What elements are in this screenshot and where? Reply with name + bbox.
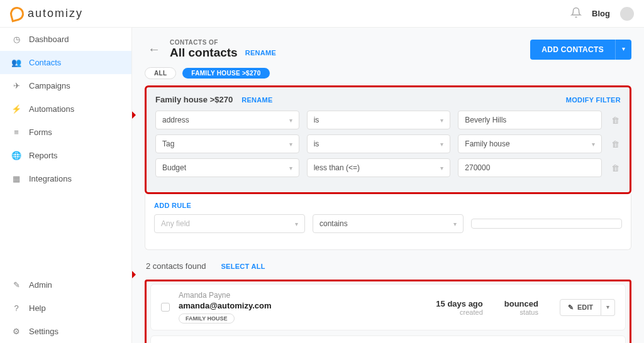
segment-tabs: ALL FAMILY HOUSE >$270 bbox=[145, 67, 631, 79]
results-count: 2 contacts found bbox=[146, 261, 206, 271]
modify-filter-button[interactable]: MODIFY FILTER bbox=[566, 96, 621, 104]
tab-all[interactable]: ALL bbox=[145, 67, 176, 79]
topbar: automizy Blog bbox=[0, 0, 644, 28]
list-icon: ≡ bbox=[11, 128, 21, 137]
sidebar-item-label: Forms bbox=[29, 128, 52, 137]
created-value: 15 days ago bbox=[436, 299, 482, 308]
chevron-down-icon: ▾ bbox=[289, 165, 292, 172]
segment-name: Family house >$270 bbox=[155, 95, 233, 104]
filter-row: Tag▾ is▾ Family house▾ 🗑 bbox=[155, 134, 621, 153]
gear-icon: ⚙ bbox=[11, 327, 21, 336]
sidebar-item-dashboard[interactable]: ◷Dashboard bbox=[0, 28, 131, 51]
filter-field-select[interactable]: Any field▾ bbox=[154, 214, 305, 233]
chevron-down-icon: ▾ bbox=[289, 117, 292, 124]
select-all-button[interactable]: SELECT ALL bbox=[221, 263, 265, 270]
page-title: All contacts bbox=[170, 46, 238, 60]
contact-row[interactable]: Ellen Page ellen@automizy.com FAMILY HOU… bbox=[150, 335, 626, 343]
sidebar-item-label: Campaigns bbox=[29, 81, 70, 90]
sidebar-item-contacts[interactable]: 👥Contacts bbox=[0, 51, 131, 74]
created-label: created bbox=[436, 308, 482, 316]
filter-row: address▾ is▾ Beverly Hills 🗑 bbox=[155, 111, 621, 129]
filter-value-input[interactable] bbox=[471, 219, 622, 229]
trash-icon[interactable]: 🗑 bbox=[609, 163, 621, 173]
edit-dropdown[interactable]: ▾ bbox=[601, 299, 615, 316]
contact-name: Amanda Payne bbox=[179, 291, 367, 300]
contact-email: amanda@automizy.com bbox=[179, 301, 367, 310]
bell-icon[interactable] bbox=[570, 7, 582, 20]
pencil-icon: ✎ bbox=[568, 303, 574, 312]
chevron-down-icon: ▾ bbox=[453, 220, 457, 227]
contacts-highlight: Amanda Payne amanda@automizy.com FAMILY … bbox=[145, 280, 631, 343]
chevron-down-icon: ▾ bbox=[440, 117, 443, 124]
status-value: bounced bbox=[504, 299, 538, 308]
checkbox[interactable] bbox=[161, 303, 170, 312]
sidebar-item-label: Reports bbox=[29, 151, 58, 160]
users-icon: 👥 bbox=[11, 58, 21, 67]
pencil-icon: ✎ bbox=[11, 280, 21, 290]
bolt-icon: ⚡ bbox=[11, 104, 21, 114]
sidebar-item-settings[interactable]: ⚙Settings bbox=[0, 320, 131, 343]
logo-mark-icon bbox=[9, 5, 26, 22]
page-header: ← CONTACTS OF All contacts RENAME ADD CO… bbox=[145, 39, 631, 60]
filter-value-input[interactable]: Beverly Hills bbox=[458, 111, 602, 129]
sidebar-item-label: Settings bbox=[29, 327, 58, 336]
brand-text: automizy bbox=[28, 7, 83, 20]
segment-filter-panel: Family house >$270 RENAME MODIFY FILTER … bbox=[145, 85, 631, 194]
add-rule-panel: ADD RULE Any field▾ contains▾ bbox=[145, 194, 631, 250]
grid-icon: ▦ bbox=[11, 174, 21, 183]
help-icon: ? bbox=[11, 303, 21, 313]
chevron-down-icon: ▾ bbox=[295, 220, 298, 227]
logo[interactable]: automizy bbox=[10, 7, 83, 21]
filter-operator-select[interactable]: less than (<=)▾ bbox=[307, 158, 451, 177]
annotation-arrow-icon: ➔ bbox=[132, 107, 136, 123]
header-eyebrow: CONTACTS OF bbox=[170, 39, 276, 46]
blog-link[interactable]: Blog bbox=[592, 9, 610, 18]
globe-icon: 🌐 bbox=[11, 151, 21, 160]
send-icon: ✈ bbox=[11, 81, 21, 90]
avatar[interactable] bbox=[620, 7, 634, 21]
sidebar-item-reports[interactable]: 🌐Reports bbox=[0, 144, 131, 167]
chevron-down-icon: ▾ bbox=[440, 165, 443, 172]
results-header: 2 contacts found SELECT ALL bbox=[145, 261, 631, 271]
sidebar-item-label: Admin bbox=[29, 280, 52, 290]
sidebar-item-label: Contacts bbox=[29, 58, 61, 67]
filter-operator-select[interactable]: contains▾ bbox=[313, 214, 464, 233]
add-contacts-button[interactable]: ADD CONTACTS bbox=[530, 40, 615, 60]
trash-icon[interactable]: 🗑 bbox=[609, 139, 621, 149]
sidebar-item-help[interactable]: ?Help bbox=[0, 297, 131, 320]
back-button[interactable]: ← bbox=[145, 40, 164, 59]
rename-segment-button[interactable]: RENAME bbox=[242, 96, 272, 104]
rename-list-button[interactable]: RENAME bbox=[245, 49, 276, 57]
chevron-down-icon: ▾ bbox=[592, 141, 595, 148]
add-contacts-dropdown[interactable]: ▾ bbox=[615, 40, 631, 60]
filter-operator-select[interactable]: is▾ bbox=[307, 111, 451, 129]
sidebar-item-forms[interactable]: ≡Forms bbox=[0, 121, 131, 144]
sidebar-item-label: Integrations bbox=[29, 174, 72, 183]
status-label: status bbox=[504, 308, 538, 316]
sidebar-item-campaigns[interactable]: ✈Campaigns bbox=[0, 74, 131, 97]
gauge-icon: ◷ bbox=[11, 35, 21, 44]
filter-field-select[interactable]: Budget▾ bbox=[155, 158, 299, 177]
chevron-down-icon: ▾ bbox=[289, 141, 292, 148]
chevron-down-icon: ▾ bbox=[440, 141, 443, 148]
filter-operator-select[interactable]: is▾ bbox=[307, 134, 451, 153]
main-content: ➔ ➔ ← CONTACTS OF All contacts RENAME AD… bbox=[132, 28, 644, 343]
filter-field-select[interactable]: address▾ bbox=[155, 111, 299, 129]
sidebar: ◷Dashboard 👥Contacts ✈Campaigns ⚡Automat… bbox=[0, 28, 132, 343]
sidebar-item-automations[interactable]: ⚡Automations bbox=[0, 97, 131, 121]
filter-field-select[interactable]: Tag▾ bbox=[155, 134, 299, 153]
sidebar-item-label: Dashboard bbox=[29, 35, 69, 44]
sidebar-item-integrations[interactable]: ▦Integrations bbox=[0, 167, 131, 190]
trash-icon[interactable]: 🗑 bbox=[609, 116, 621, 125]
annotation-arrow-icon: ➔ bbox=[132, 266, 136, 283]
edit-button[interactable]: ✎EDIT bbox=[560, 299, 601, 316]
tab-segment[interactable]: FAMILY HOUSE >$270 bbox=[182, 68, 269, 79]
tag-chip: FAMILY HOUSE bbox=[179, 313, 235, 324]
sidebar-item-admin[interactable]: ✎Admin bbox=[0, 273, 131, 297]
contact-row[interactable]: Amanda Payne amanda@automizy.com FAMILY … bbox=[150, 284, 626, 330]
filter-value-input[interactable]: 270000 bbox=[458, 158, 602, 177]
filter-row: Budget▾ less than (<=)▾ 270000 🗑 bbox=[155, 158, 621, 177]
filter-value-select[interactable]: Family house▾ bbox=[458, 134, 602, 153]
add-rule-button[interactable]: ADD RULE bbox=[154, 202, 622, 209]
sidebar-item-label: Help bbox=[29, 303, 46, 313]
